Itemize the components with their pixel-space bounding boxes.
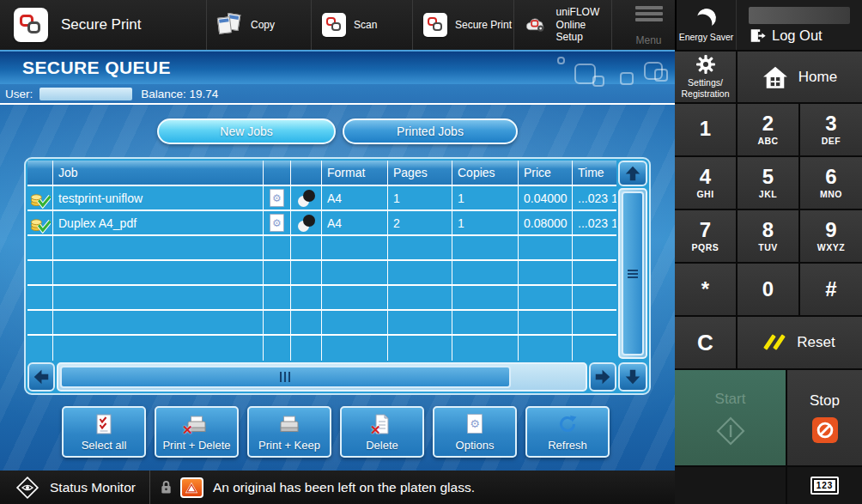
action-button-bar: Select all ✕ Print + Delete Print + Keep…: [62, 406, 675, 458]
hamburger-icon: [635, 3, 663, 24]
key-3[interactable]: 3DEF: [800, 104, 862, 155]
stop-button[interactable]: Stop: [787, 370, 862, 465]
job-time: ...023 1: [573, 186, 616, 209]
panel-bottom-strip: 123: [675, 467, 862, 504]
key-hash[interactable]: #: [800, 264, 862, 315]
job-copies: 1: [452, 211, 519, 234]
key-8[interactable]: 8TUV: [738, 210, 798, 262]
key-0[interactable]: 0: [738, 264, 798, 315]
horizontal-scroll-thumb[interactable]: [60, 366, 511, 388]
paid-job-icon: [30, 188, 51, 209]
job-format: A4: [322, 186, 388, 209]
empty-row: [27, 311, 616, 336]
scroll-left-button[interactable]: [27, 362, 55, 392]
delete-button[interactable]: ✕ Delete: [340, 406, 424, 458]
key-1[interactable]: 1: [675, 104, 736, 155]
key-5[interactable]: 5JKL: [738, 157, 798, 209]
clear-button[interactable]: C: [675, 317, 736, 368]
empty-row: [27, 286, 616, 311]
user-info-bar: User: Balance: 19.74: [0, 84, 675, 105]
tab-printed-jobs[interactable]: Printed Jobs: [343, 118, 518, 144]
select-all-button[interactable]: Select all: [62, 406, 146, 458]
job-options-icon: ⚙: [270, 189, 284, 207]
reset-button[interactable]: Reset: [738, 317, 862, 368]
table-row[interactable]: Duplex A4_pdf ⚙ A4 2 1 0.08000 ...023 1: [27, 211, 616, 236]
top-bar: Secure Print Copy Scan Secure Print uniF…: [0, 0, 862, 50]
reset-slashes-icon: [764, 332, 786, 353]
tab-copy[interactable]: Copy: [206, 0, 311, 50]
app-title: Secure Print: [61, 16, 142, 33]
scroll-up-button[interactable]: [618, 161, 647, 186]
uniflow-logo-icon: [14, 8, 48, 42]
job-table-grid: Job Format Pages Copies Price Time testp…: [27, 161, 616, 361]
cloud-gear-icon: [525, 13, 549, 37]
col-copies: Copies: [452, 161, 519, 185]
horizontal-scroll-track[interactable]: [57, 362, 587, 392]
options-button[interactable]: ⚙ Options: [433, 406, 517, 458]
job-pages: 1: [388, 186, 452, 209]
scan-app-icon: [322, 13, 346, 37]
scroll-right-button[interactable]: [589, 362, 616, 392]
horizontal-scrollbar: [27, 362, 647, 392]
arrow-up-icon: [623, 164, 642, 183]
menu-button[interactable]: Menu: [611, 0, 675, 50]
job-name: testprint-uniflow: [53, 186, 264, 209]
key-2[interactable]: 2ABC: [738, 104, 798, 155]
table-row[interactable]: testprint-uniflow ⚙ A4 1 1 0.04000 ...02…: [27, 186, 616, 211]
tab-scan[interactable]: Scan: [311, 0, 412, 50]
refresh-button[interactable]: Refresh: [525, 406, 610, 458]
job-table: Job Format Pages Copies Price Time testp…: [24, 157, 651, 395]
status-monitor-icon[interactable]: [15, 476, 39, 500]
empty-row: [27, 236, 616, 261]
queue-header: SECURE QUEUE: [0, 50, 675, 84]
key-9[interactable]: 9WXYZ: [800, 210, 862, 262]
key-7[interactable]: 7PQRS: [675, 210, 736, 262]
user-name-redacted: [749, 7, 850, 24]
settings-registration-button[interactable]: Settings/Registration: [675, 52, 736, 102]
tab-uniflow-online-setup[interactable]: uniFLOW Online Setup: [513, 0, 611, 50]
options-doc-gear-icon: ⚙: [467, 414, 483, 434]
gear-icon: [695, 54, 716, 75]
hardware-key-panel: Settings/Registration Home 1 2ABC 3DEF 4…: [675, 50, 862, 504]
empty-row: [27, 336, 616, 361]
refresh-icon: [557, 414, 578, 434]
arrow-down-icon: [623, 367, 642, 386]
balance-label: Balance: 19.74: [141, 88, 218, 100]
vertical-scrollbar: [618, 161, 647, 361]
uniflow-secure-print-screen: Secure Print Copy Scan Secure Print uniF…: [0, 0, 862, 504]
key-6[interactable]: 6MNO: [800, 157, 862, 209]
energy-saver-button[interactable]: Energy Saver: [675, 0, 736, 50]
moon-icon: [694, 5, 719, 30]
arrow-right-icon: [593, 367, 612, 386]
home-button[interactable]: Home: [738, 52, 862, 102]
printer-icon: [278, 414, 300, 434]
delete-x-icon: ✕: [182, 422, 193, 438]
status-monitor-label[interactable]: Status Monitor: [50, 480, 136, 495]
job-pages: 2: [388, 211, 452, 234]
tab-new-jobs[interactable]: New Jobs: [157, 118, 336, 144]
key-star[interactable]: *: [675, 264, 736, 315]
home-label: Home: [798, 69, 837, 86]
start-button[interactable]: Start: [675, 370, 786, 465]
warning-icon: [180, 477, 203, 498]
col-job: Job: [53, 161, 264, 185]
status-bar: Status Monitor An original has been left…: [0, 471, 675, 504]
user-label: User:: [5, 88, 33, 100]
table-header-row: Job Format Pages Copies Price Time: [27, 161, 616, 186]
logout-area[interactable]: Log Out: [736, 0, 862, 50]
print-delete-button[interactable]: ✕ Print + Delete: [155, 406, 239, 458]
select-all-icon: [95, 414, 112, 434]
secure-queue-panel: SECURE QUEUE User: Balance: 19.74 New Jo…: [0, 50, 675, 471]
tab-secure-print[interactable]: Secure Print: [412, 0, 513, 50]
numeric-entry-indicator: 123: [810, 477, 840, 495]
key-4[interactable]: 4GHI: [675, 157, 736, 209]
scroll-down-button[interactable]: [618, 362, 647, 392]
print-keep-button[interactable]: Print + Keep: [247, 406, 331, 458]
logout-label: Log Out: [772, 27, 823, 44]
secure-print-app-icon: [423, 13, 447, 37]
start-diamond-icon: [716, 416, 745, 446]
job-options-icon: ⚙: [270, 214, 284, 232]
vertical-scroll-thumb[interactable]: [622, 191, 644, 355]
job-price: 0.04000: [519, 186, 573, 209]
vertical-scroll-track[interactable]: [618, 188, 647, 359]
